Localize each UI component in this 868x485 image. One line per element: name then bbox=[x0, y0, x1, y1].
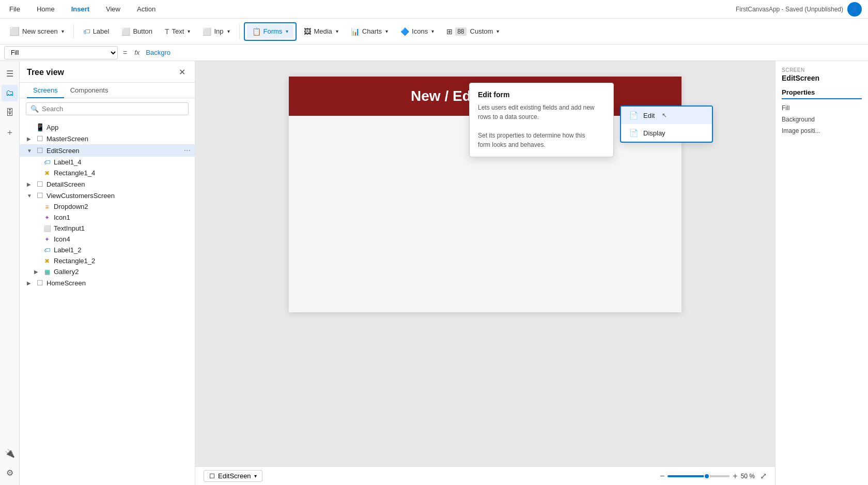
tooltip-line5: form looks and behaves. bbox=[478, 141, 546, 148]
editscreen-more-button[interactable]: ··· bbox=[184, 146, 191, 155]
app-icon: 📱 bbox=[35, 123, 44, 131]
tree-item-gallery2[interactable]: ▶ ▦ Gallery2 bbox=[20, 266, 195, 277]
tree-item-masterscreen[interactable]: ▶ ☐ MasterScreen bbox=[20, 133, 195, 144]
media-button[interactable]: 🖼 Media ▾ bbox=[299, 24, 343, 39]
expand-button[interactable]: ⤢ bbox=[760, 471, 767, 481]
tree-item-viewcustomers[interactable]: ▼ ☐ ViewCustomersScreen bbox=[20, 190, 195, 201]
status-screen-chip[interactable]: ☐ EditScreen ▾ bbox=[204, 470, 262, 482]
gallery2-chevron-icon: ▶ bbox=[34, 269, 40, 275]
tree-item-label1-2[interactable]: 🏷 Label1_2 bbox=[20, 245, 195, 255]
rect1-4-icon: ✖ bbox=[42, 170, 52, 177]
menu-view[interactable]: View bbox=[103, 3, 123, 15]
tree-item-app[interactable]: 📱 App bbox=[20, 122, 195, 133]
menu-insert[interactable]: Insert bbox=[68, 3, 92, 15]
new-screen-button[interactable]: ⬜ New screen ▾ bbox=[4, 23, 69, 39]
app-title: FirstCanvasApp - Saved (Unpublished) bbox=[736, 6, 843, 13]
properties-fill-field: Fill bbox=[782, 104, 862, 112]
viewcustomers-chevron-icon: ▼ bbox=[27, 193, 33, 199]
zoom-slider[interactable] bbox=[668, 475, 730, 477]
text-label: Text bbox=[172, 27, 184, 35]
text-icon: T bbox=[165, 27, 169, 36]
menu-file[interactable]: File bbox=[6, 3, 23, 15]
zoom-slider-thumb bbox=[704, 473, 710, 479]
tree-item-dropdown2[interactable]: ≡ Dropdown2 bbox=[20, 201, 195, 212]
forms-group: 📋 Forms ▾ bbox=[244, 22, 297, 41]
label1-2-label: Label1_2 bbox=[54, 246, 191, 254]
zoom-out-button[interactable]: − bbox=[660, 472, 664, 481]
custom-button[interactable]: ⊞ 88 Custom ▾ bbox=[441, 24, 504, 39]
tooltip-line4: Set its properties to determine how this bbox=[478, 132, 585, 139]
properties-imageposition-field: Image positi... bbox=[782, 127, 862, 134]
icons-button[interactable]: 🔷 Icons ▾ bbox=[395, 24, 439, 39]
homescreen-chevron-icon: ▶ bbox=[27, 280, 33, 286]
sidebar-icon-menu[interactable]: ☰ bbox=[2, 65, 18, 82]
dropdown2-label: Dropdown2 bbox=[54, 203, 191, 210]
main-layout: ☰ 🗂 🗄 ＋ 🔌 ⚙ Tree view ✕ Screens Componen… bbox=[0, 61, 868, 485]
textinput1-label: TextInput1 bbox=[54, 224, 191, 232]
tooltip-line2: rows to a data source. bbox=[478, 113, 539, 120]
menu-action[interactable]: Action bbox=[134, 3, 159, 15]
custom-number-label: 88 bbox=[455, 27, 466, 36]
forms-dropdown-edit[interactable]: 📄 Edit ↖ bbox=[621, 107, 712, 124]
tree-item-icon1[interactable]: ✦ Icon1 bbox=[20, 212, 195, 223]
charts-button[interactable]: 📊 Charts ▾ bbox=[346, 24, 393, 39]
tree-item-textinput1[interactable]: ⬜ TextInput1 bbox=[20, 223, 195, 234]
property-dropdown[interactable]: Fill bbox=[4, 46, 118, 59]
properties-section-title: Properties bbox=[782, 88, 862, 99]
sidebar-icon-settings[interactable]: ⚙ bbox=[2, 464, 18, 481]
button-button[interactable]: ⬜ Button bbox=[116, 24, 158, 39]
toolbar: ⬜ New screen ▾ 🏷 Label ⬜ Button T Text ▾… bbox=[0, 19, 868, 44]
new-screen-chevron-icon: ▾ bbox=[61, 28, 64, 34]
tree-item-detailscreen[interactable]: ▶ ☐ DetailScreen bbox=[20, 178, 195, 190]
textinput1-icon: ⬜ bbox=[42, 225, 52, 232]
app-label: App bbox=[47, 124, 191, 131]
tree-item-label1-4[interactable]: 🏷 Label1_4 bbox=[20, 157, 195, 168]
display-form-icon: 📄 bbox=[629, 129, 638, 137]
input-button[interactable]: ⬜ Inp ▾ bbox=[197, 24, 235, 39]
tree-view-content: 📱 App ▶ ☐ MasterScreen ▼ ☐ EditScreen ··… bbox=[20, 119, 195, 485]
charts-label: Charts bbox=[362, 27, 382, 35]
tree-view-panel: Tree view ✕ Screens Components 🔍 📱 App ▶… bbox=[20, 61, 195, 485]
forms-chevron-icon: ▾ bbox=[286, 28, 288, 34]
tree-item-editscreen[interactable]: ▼ ☐ EditScreen ··· bbox=[20, 144, 195, 157]
user-avatar[interactable]: 👤 bbox=[847, 2, 862, 17]
viewcustomers-label: ViewCustomersScreen bbox=[47, 192, 191, 200]
tree-view-title: Tree view bbox=[27, 68, 64, 77]
status-screen-name: EditScreen bbox=[218, 472, 251, 480]
menu-home[interactable]: Home bbox=[34, 3, 58, 15]
tree-item-rect1-4[interactable]: ✖ Rectangle1_4 bbox=[20, 168, 195, 178]
tree-view-close-button[interactable]: ✕ bbox=[177, 66, 188, 78]
icons-icon: 🔷 bbox=[400, 27, 409, 36]
menu-bar-right: FirstCanvasApp - Saved (Unpublished) 👤 bbox=[736, 2, 862, 17]
zoom-in-button[interactable]: + bbox=[733, 472, 737, 481]
label-button[interactable]: 🏷 Label bbox=[78, 24, 115, 39]
forms-dropdown: 📄 Edit ↖ 📄 Display bbox=[620, 105, 713, 143]
tooltip-title: Edit form bbox=[478, 90, 605, 99]
tree-item-rect1-2[interactable]: ✖ Rectangle1_2 bbox=[20, 255, 195, 266]
button-icon: ⬜ bbox=[121, 27, 130, 36]
tooltip-line1: Lets users edit existing fields and add … bbox=[478, 104, 594, 111]
detailscreen-chevron-icon: ▶ bbox=[27, 181, 33, 187]
tab-components[interactable]: Components bbox=[64, 83, 115, 98]
sidebar-icon-tree[interactable]: 🗂 bbox=[2, 85, 18, 101]
tree-view-header: Tree view ✕ bbox=[20, 61, 195, 83]
forms-dropdown-display[interactable]: 📄 Display bbox=[621, 124, 712, 142]
custom-chevron-icon: ▾ bbox=[497, 28, 499, 34]
sidebar-icon-add[interactable]: ＋ bbox=[2, 124, 18, 141]
detailscreen-icon: ☐ bbox=[35, 180, 44, 188]
tree-item-icon4[interactable]: ✦ Icon4 bbox=[20, 234, 195, 245]
status-screen-chevron-icon: ▾ bbox=[254, 473, 257, 479]
properties-panel: SCREEN EditScreen Properties Fill Backgr… bbox=[775, 61, 868, 485]
forms-button[interactable]: 📋 Forms ▾ bbox=[247, 24, 294, 39]
homescreen-label: HomeScreen bbox=[47, 279, 191, 287]
editscreen-chevron-icon: ▼ bbox=[27, 148, 33, 154]
icon1-label: Icon1 bbox=[54, 214, 191, 221]
sidebar-icon-datasources[interactable]: 🗄 bbox=[2, 104, 18, 121]
formula-input[interactable] bbox=[144, 49, 864, 56]
search-input[interactable] bbox=[42, 105, 184, 113]
sidebar-icon-connectors[interactable]: 🔌 bbox=[2, 445, 18, 461]
text-button[interactable]: T Text ▾ bbox=[160, 24, 195, 39]
tree-item-homescreen[interactable]: ▶ ☐ HomeScreen bbox=[20, 277, 195, 289]
tab-screens[interactable]: Screens bbox=[27, 83, 64, 98]
properties-background-field: Background bbox=[782, 116, 862, 123]
